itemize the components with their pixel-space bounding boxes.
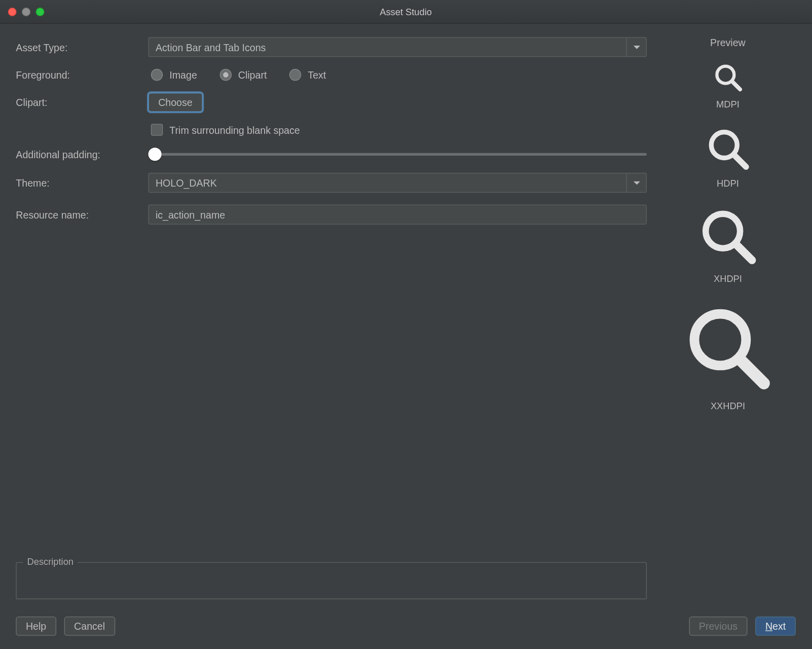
radio-text[interactable]: Text [289, 69, 326, 81]
previous-button: Previous [689, 617, 747, 636]
checkbox-icon [151, 124, 163, 136]
row-foreground: Foreground: Image Clipart Text [16, 69, 647, 81]
magnifier-icon [704, 125, 752, 173]
traffic-lights [8, 7, 45, 16]
theme-value: HOLO_DARK [156, 177, 217, 188]
help-button[interactable]: Help [16, 617, 56, 636]
preview-title: Preview [710, 37, 746, 48]
trim-label: Trim surrounding blank space [169, 124, 300, 135]
row-clipart: Clipart: Choose [16, 93, 647, 112]
chevron-down-icon [626, 173, 646, 192]
label-padding: Additional padding: [16, 149, 148, 160]
preview-label-mdpi: MDPI [716, 99, 740, 110]
description-legend: Description [23, 556, 78, 567]
svg-line-5 [736, 244, 752, 260]
radio-icon [219, 69, 232, 81]
slider-track [149, 153, 647, 156]
magnifier-icon [712, 61, 744, 93]
minimize-icon [22, 7, 30, 16]
trim-checkbox[interactable]: Trim surrounding blank space [149, 124, 647, 136]
label-foreground: Foreground: [16, 69, 148, 80]
row-padding: Additional padding: [16, 148, 647, 161]
radio-text-label: Text [308, 69, 326, 80]
asset-type-combo[interactable]: Action Bar and Tab Icons [149, 37, 647, 57]
label-theme: Theme: [16, 177, 148, 188]
padding-slider[interactable] [149, 148, 647, 161]
asset-type-value: Action Bar and Tab Icons [156, 42, 266, 53]
next-button[interactable]: Next [755, 617, 795, 636]
cancel-button[interactable]: Cancel [64, 617, 115, 636]
footer: Help Cancel Previous Next [0, 606, 811, 649]
preview-mdpi: MDPI [712, 61, 744, 109]
radio-image[interactable]: Image [151, 69, 197, 81]
radio-icon [151, 69, 163, 81]
zoom-icon[interactable] [36, 7, 45, 16]
radio-icon [289, 69, 302, 81]
radio-clipart-label: Clipart [238, 69, 267, 80]
resource-name-input[interactable]: ic_action_name [149, 205, 647, 225]
choose-button[interactable]: Choose [149, 93, 203, 112]
resource-name-value: ic_action_name [156, 209, 225, 220]
form-area: Asset Type: Action Bar and Tab Icons For… [16, 37, 647, 599]
row-asset-type: Asset Type: Action Bar and Tab Icons [16, 37, 647, 57]
description-box: Description [16, 562, 647, 599]
label-asset-type: Asset Type: [16, 42, 148, 53]
theme-combo[interactable]: HOLO_DARK [149, 173, 647, 193]
svg-line-1 [732, 82, 740, 90]
row-resource-name: Resource name: ic_action_name [16, 205, 647, 225]
window-title: Asset Studio [380, 6, 432, 17]
preview-label-xxhdpi: XXHDPI [711, 401, 745, 411]
radio-image-label: Image [169, 69, 197, 80]
chevron-down-icon [626, 38, 646, 56]
titlebar: Asset Studio [0, 0, 811, 24]
slider-thumb[interactable] [149, 148, 162, 161]
row-theme: Theme: HOLO_DARK [16, 173, 647, 193]
label-clipart: Clipart: [16, 97, 148, 108]
row-trim: Trim surrounding blank space [16, 124, 647, 136]
radio-clipart[interactable]: Clipart [219, 69, 267, 81]
preview-xxhdpi: XXHDPI [680, 300, 776, 411]
preview-area: Preview MDPI HDPI XHDPI [660, 37, 796, 599]
label-resource-name: Resource name: [16, 209, 148, 220]
close-icon[interactable] [8, 7, 17, 16]
magnifier-icon [680, 300, 776, 395]
preview-hdpi: HDPI [704, 125, 752, 189]
svg-line-7 [740, 359, 763, 383]
preview-label-hdpi: HDPI [717, 178, 739, 189]
preview-label-xhdpi: XHDPI [714, 273, 742, 284]
magnifier-icon [696, 205, 759, 268]
svg-line-3 [734, 155, 746, 167]
asset-studio-window: Asset Studio Asset Type: Action Bar and … [0, 0, 811, 649]
preview-xhdpi: XHDPI [696, 205, 759, 284]
content-area: Asset Type: Action Bar and Tab Icons For… [0, 24, 811, 606]
